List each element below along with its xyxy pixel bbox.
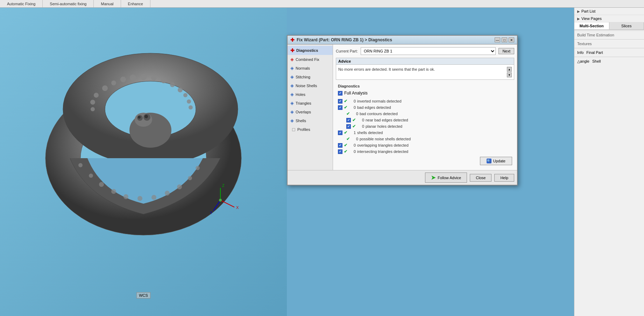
nav-triangles[interactable]: ◈ Triangles [288, 99, 333, 107]
nav-profiles[interactable]: ◻ Profiles [288, 125, 333, 134]
nav-noise-shells[interactable]: ◈ Noise Shells [288, 81, 333, 90]
follow-advice-button[interactable]: ➤ Follow Advice [425, 173, 467, 183]
svg-point-12 [178, 87, 183, 92]
noise-shells-check: ✔ [346, 136, 350, 141]
svg-point-35 [196, 166, 200, 170]
current-part-select[interactable]: ORN RING ZB 1 [361, 47, 496, 55]
normals-icon: ◈ [290, 65, 294, 71]
current-part-row: Current Part: ORN RING ZB 1 Next [336, 47, 514, 55]
part-list-label: Part List [581, 9, 595, 13]
nav-combined-fix[interactable]: ◈ Combined Fix [288, 55, 333, 64]
advice-scrollbar: ▲ ▼ [507, 67, 512, 77]
nav-stitching[interactable]: ◈ Stitching [288, 72, 333, 81]
next-button[interactable]: Next [498, 48, 514, 54]
nav-overlaps-label: Overlaps [296, 110, 311, 114]
close-dialog-button[interactable]: Close [470, 174, 491, 182]
help-label: Help [500, 176, 508, 180]
help-button[interactable]: Help [494, 174, 514, 182]
svg-point-33 [177, 184, 182, 189]
diag-row-intersecting: ✔ ✔ 0 intersecting triangles detected [336, 148, 514, 155]
bad-edges-count: 0 [349, 105, 356, 110]
full-analysis-row: ✔ Full Analysis [336, 90, 514, 97]
intersecting-cb1[interactable]: ✔ [338, 149, 342, 154]
right-panel-divider3 [574, 48, 644, 48]
angle-label: △angle [577, 59, 589, 64]
tab-multi-section[interactable]: Multi-Section [574, 22, 609, 29]
shells-count: 1 [349, 131, 356, 135]
svg-point-28 [111, 189, 116, 194]
near-bad-edges-cb[interactable]: ✔ [346, 118, 351, 122]
svg-point-6 [120, 77, 126, 82]
diag-row-overlapping: ✔ ✔ 0 overlapping triangles detected [336, 142, 514, 148]
overlapping-count: 0 [349, 143, 356, 147]
nav-overlaps[interactable]: ◈ Overlaps [288, 107, 333, 116]
restore-button[interactable]: □ [502, 37, 507, 42]
dialog-titlebar: ✚ Fix Wizard (Part: ORN RING ZB 1) > Dia… [288, 36, 517, 44]
planar-holes-cb[interactable]: ✔ [346, 124, 351, 129]
nav-triangles-label: Triangles [296, 101, 311, 105]
build-time-label: Build Time Estimation [574, 31, 644, 38]
overlaps-icon: ◈ [290, 109, 294, 114]
view-pages-label: View Pages [581, 16, 602, 21]
diag-row-near-bad-edges: ✔ ✔ 0 near bad edges detected [336, 117, 514, 123]
holes-icon: ◈ [290, 92, 294, 97]
intersecting-count: 0 [349, 149, 356, 154]
viewport-3d[interactable]: X Y Z WCS [0, 8, 287, 316]
part-list-row[interactable]: ▶ Part List [574, 8, 644, 15]
stitching-icon: ◈ [290, 74, 294, 79]
svg-point-5 [111, 80, 116, 85]
update-icon-inner: 🔍 [487, 159, 491, 163]
toolbar-semiauto[interactable]: Semi-automatic fixing [43, 0, 94, 7]
dialog-body: ✚ Diagnostics ◈ Combined Fix ◈ Normals ◈… [288, 44, 517, 170]
close-button[interactable]: ✕ [509, 37, 514, 42]
nav-normals[interactable]: ◈ Normals [288, 64, 333, 72]
scroll-down-icon: ▼ [508, 73, 511, 77]
textures-label: Textures [574, 40, 644, 47]
view-pages-arrow: ▶ [577, 17, 580, 21]
scroll-up-button[interactable]: ▲ [507, 67, 512, 72]
scroll-down-button[interactable]: ▼ [507, 72, 512, 77]
toolbar-automatic[interactable]: Automatic Fixing [0, 0, 43, 7]
shells-cb1[interactable]: ✔ [338, 131, 342, 135]
diag-row-shells: ✔ ✔ 1 shells detected [336, 129, 514, 136]
planar-holes-check: ✔ [352, 124, 356, 129]
svg-point-18 [91, 107, 95, 111]
diagnostics-icon: ✚ [290, 48, 295, 53]
view-pages-row[interactable]: ▶ View Pages [574, 15, 644, 22]
inverted-normals-check: ✔ [344, 99, 347, 104]
dialog-footer: ➤ Follow Advice Close Help [288, 170, 517, 185]
shells-icon: ◈ [290, 118, 294, 123]
tab-slices[interactable]: Slices [609, 22, 644, 29]
nav-holes[interactable]: ◈ Holes [288, 90, 333, 99]
toolbar-auto-label: Automatic Fixing [7, 2, 35, 6]
triangles-icon: ◈ [290, 100, 294, 106]
minimize-button[interactable]: — [495, 37, 500, 42]
toolbar-enhance[interactable]: Enhance [121, 0, 150, 7]
inverted-normals-cb1[interactable]: ✔ [338, 99, 342, 104]
toolbar-semiauto-label: Semi-automatic fixing [50, 2, 86, 6]
nav-holes-label: Holes [296, 92, 305, 97]
near-bad-edges-desc: near bad edges detected [366, 118, 408, 122]
current-part-label: Current Part: [336, 49, 358, 53]
scroll-up-icon: ▲ [508, 68, 511, 71]
overlapping-cb1[interactable]: ✔ [338, 143, 342, 148]
fix-wizard-dialog: ✚ Fix Wizard (Part: ORN RING ZB 1) > Dia… [287, 35, 518, 185]
update-button[interactable]: 🔍 Update [480, 157, 512, 165]
profiles-icon: ◻ [292, 127, 296, 132]
svg-text:Y: Y [210, 211, 213, 215]
nav-combined-label: Combined Fix [296, 57, 319, 62]
right-panel: ▶ Part List ▶ View Pages Multi-Section S… [574, 8, 644, 316]
toolbar-manual-label: Manual [101, 2, 113, 6]
nav-shells[interactable]: ◈ Shells [288, 116, 333, 125]
full-analysis-checkbox[interactable]: ✔ [338, 91, 342, 96]
bad-edges-check: ✔ [344, 105, 347, 110]
shell-label: Shell [592, 59, 601, 64]
bad-edges-cb1[interactable]: ✔ [338, 105, 342, 110]
nav-diagnostics[interactable]: ✚ Diagnostics [288, 46, 333, 55]
minimize-icon: — [496, 38, 499, 42]
nav-diagnostics-label: Diagnostics [296, 48, 318, 52]
diag-row-noise-shells: ✔ 0 possible noise shells detected [336, 136, 514, 142]
right-panel-tabs: Multi-Section Slices [574, 22, 644, 30]
bad-contours-count: 0 [351, 112, 358, 116]
toolbar-manual[interactable]: Manual [94, 0, 121, 7]
